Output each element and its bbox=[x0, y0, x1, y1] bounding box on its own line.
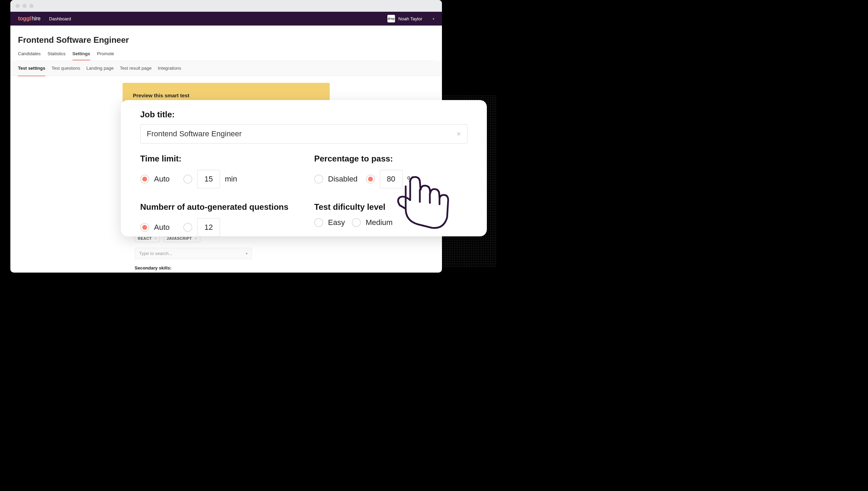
percentage-unit: % bbox=[407, 175, 414, 184]
window-close-icon[interactable] bbox=[16, 4, 20, 8]
radio-questions-custom[interactable] bbox=[183, 223, 192, 232]
search-placeholder: Type to search... bbox=[139, 251, 172, 256]
questions-input[interactable]: 12 bbox=[197, 218, 220, 237]
subtab-test-settings[interactable]: Test settings bbox=[18, 66, 45, 76]
caret-down-icon: ▾ bbox=[246, 252, 248, 255]
tab-statistics[interactable]: Statistics bbox=[48, 51, 66, 60]
modal-left-col: Time limit: Auto 15 min Numberr of auto-… bbox=[140, 154, 293, 237]
close-icon[interactable]: × bbox=[195, 236, 197, 240]
tab-promote[interactable]: Promote bbox=[97, 51, 114, 60]
secondary-skills-label: Secondary skills: bbox=[135, 265, 318, 271]
percentage-input[interactable]: 80 bbox=[380, 170, 403, 188]
modal-right-col: Percentage to pass: Disabled 80 % Test d… bbox=[314, 154, 467, 237]
radio-time-auto[interactable] bbox=[140, 175, 149, 184]
radio-percentage-disabled[interactable] bbox=[314, 175, 323, 184]
radio-easy[interactable] bbox=[314, 218, 323, 227]
job-title-input[interactable]: Frontend Software Engineer ✕ bbox=[140, 124, 467, 144]
subtab-test-questions[interactable]: Test questions bbox=[51, 66, 80, 71]
username: Noah Taylor bbox=[398, 16, 422, 21]
settings-modal: Job title: Frontend Software Engineer ✕ … bbox=[121, 100, 487, 236]
window-minimize-icon[interactable] bbox=[22, 4, 27, 8]
modal-grid: Time limit: Auto 15 min Numberr of auto-… bbox=[140, 154, 467, 237]
skill-search-input[interactable]: Type to search... ▾ bbox=[135, 248, 252, 259]
close-icon[interactable]: × bbox=[154, 236, 157, 240]
subtab-integrations[interactable]: Integrations bbox=[158, 66, 181, 71]
percentage-label: Percentage to pass: bbox=[314, 154, 467, 164]
window-maximize-icon[interactable] bbox=[29, 4, 33, 8]
radio-time-custom[interactable] bbox=[183, 175, 192, 184]
time-limit-label: Time limit: bbox=[140, 154, 293, 164]
page-title: Frontend Software Engineer bbox=[18, 35, 434, 45]
time-limit-row: Auto 15 min bbox=[140, 170, 293, 188]
questions-auto-label: Auto bbox=[154, 223, 170, 232]
clear-icon[interactable]: ✕ bbox=[456, 131, 461, 137]
tab-candidates[interactable]: Candidates bbox=[18, 51, 41, 60]
job-title-label: Job title: bbox=[140, 110, 467, 119]
subtab-test-result-page[interactable]: Test result page bbox=[120, 66, 152, 71]
user-menu[interactable]: drop Noah Taylor ▾ bbox=[387, 15, 434, 22]
time-limit-unit: min bbox=[225, 175, 237, 184]
percentage-row: Disabled 80 % bbox=[314, 170, 467, 188]
radio-percentage-custom[interactable] bbox=[366, 175, 375, 184]
difficulty-label: Test dificulty level bbox=[314, 202, 467, 212]
time-limit-input[interactable]: 15 bbox=[197, 170, 220, 188]
primary-tabs: Candidates Statistics Settings Promote bbox=[18, 51, 434, 61]
job-title-value: Frontend Software Engineer bbox=[147, 129, 242, 138]
time-auto-label: Auto bbox=[154, 175, 170, 184]
nav-dashboard[interactable]: Dashboard bbox=[49, 16, 71, 21]
tab-settings[interactable]: Settings bbox=[73, 51, 90, 60]
chip-label: JAVASCRIPT bbox=[167, 236, 192, 240]
percentage-disabled-label: Disabled bbox=[328, 175, 358, 184]
questions-row: Auto 12 bbox=[140, 218, 293, 237]
secondary-tabs: Test settings Test questions Landing pag… bbox=[10, 61, 442, 76]
radio-medium[interactable] bbox=[352, 218, 361, 227]
avatar: drop bbox=[387, 15, 395, 22]
logo-suffix: hire bbox=[32, 16, 40, 21]
subtab-landing-page[interactable]: Landing page bbox=[86, 66, 114, 71]
page-header: Frontend Software Engineer Candidates St… bbox=[10, 26, 442, 61]
medium-label: Medium bbox=[366, 218, 393, 227]
logo[interactable]: togglhire bbox=[18, 16, 40, 22]
difficulty-row: Easy Medium bbox=[314, 218, 467, 227]
questions-label: Numberr of auto-generated questions bbox=[140, 202, 293, 212]
chip-label: REACT bbox=[138, 236, 152, 240]
radio-questions-auto[interactable] bbox=[140, 223, 149, 232]
window-titlebar bbox=[10, 0, 442, 12]
easy-label: Easy bbox=[328, 218, 345, 227]
logo-text: toggl bbox=[18, 16, 31, 21]
chevron-down-icon: ▾ bbox=[433, 17, 434, 21]
top-nav: togglhire Dashboard drop Noah Taylor ▾ bbox=[10, 12, 442, 26]
